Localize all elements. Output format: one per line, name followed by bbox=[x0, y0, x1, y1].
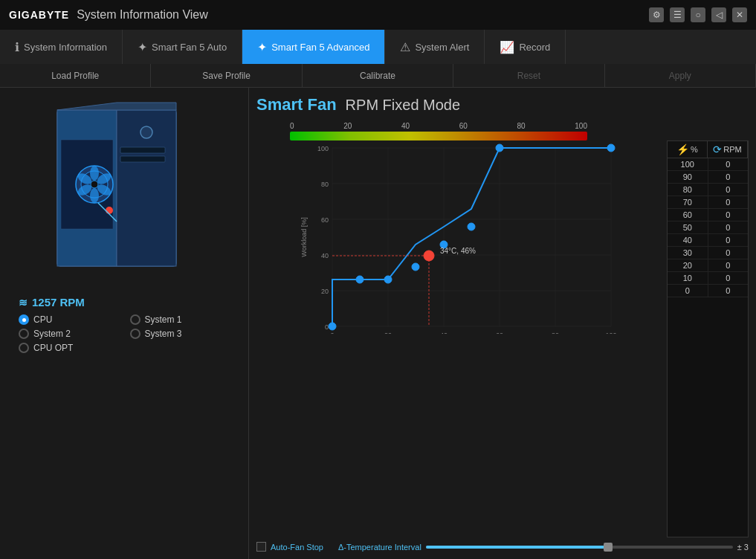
rpm-row: 50 0 bbox=[668, 222, 748, 234]
rpm-row: 0 0 bbox=[668, 285, 748, 297]
fan-info: ≋ 1257 RPM CPU System 2 CPU OPT bbox=[7, 296, 241, 353]
svg-rect-6 bbox=[120, 156, 165, 162]
menu-icon[interactable]: ☰ bbox=[670, 7, 685, 22]
delta-temp-control: Δ-Temperature Interval ± 3 bbox=[338, 543, 749, 552]
rpm-cell-value[interactable]: 0 bbox=[708, 209, 749, 221]
alert-icon: ⚠ bbox=[400, 40, 410, 54]
maximize-icon[interactable]: ◁ bbox=[711, 7, 726, 22]
svg-text:0: 0 bbox=[325, 323, 329, 331]
rpm-row: 40 0 bbox=[668, 234, 748, 247]
tab-system-alert[interactable]: ⚠ System Alert bbox=[385, 30, 485, 64]
svg-text:100: 100 bbox=[317, 145, 329, 152]
curve-point-3[interactable] bbox=[412, 263, 419, 271]
rpm-cell-percent[interactable]: 90 bbox=[668, 171, 708, 183]
nav-tabs: ℹ System Information ✦ Smart Fan 5 Auto … bbox=[0, 30, 756, 64]
tab-smart-fan-auto-label: Smart Fan 5 Auto bbox=[152, 42, 227, 53]
rpm-cell-value[interactable]: 0 bbox=[708, 184, 749, 196]
curve-point-7[interactable] bbox=[607, 144, 615, 152]
rpm-cell-percent[interactable]: 10 bbox=[668, 272, 708, 284]
autofan-checkbox[interactable] bbox=[256, 542, 266, 552]
right-panel: Smart Fan RPM Fixed Mode 0 20 40 60 80 1… bbox=[249, 88, 756, 559]
rpm-cell-value[interactable]: 0 bbox=[708, 222, 749, 233]
rpm-cell-percent[interactable]: 30 bbox=[668, 247, 708, 259]
svg-text:0: 0 bbox=[330, 332, 334, 334]
svg-rect-5 bbox=[120, 147, 165, 153]
rpm-table: ⚡ % ⟳ RPM 100 0 90 0 80 0 7 bbox=[667, 140, 749, 537]
title-bar: GIGABYTE System Information View ⚙ ☰ ○ ◁… bbox=[0, 0, 756, 30]
rpm-cell-percent[interactable]: 100 bbox=[668, 158, 708, 170]
rpm-cell-value[interactable]: 0 bbox=[708, 247, 749, 259]
lightning-icon: ⚡ bbox=[676, 143, 689, 155]
curve-point-6[interactable] bbox=[496, 144, 503, 152]
radio-cpu-label: CPU bbox=[33, 314, 52, 325]
radio-cpu-opt-circle bbox=[19, 343, 29, 353]
temp-gradient-bar bbox=[290, 132, 587, 140]
rpm-row: 70 0 bbox=[668, 196, 748, 209]
gigabyte-logo: GIGABYTE bbox=[9, 9, 69, 21]
chart-wrapper: 100 80 60 40 20 0 0 20 40 60 80 100 Work… bbox=[256, 140, 749, 537]
radio-cpu[interactable]: CPU bbox=[19, 314, 130, 325]
curve-point-1[interactable] bbox=[356, 276, 364, 283]
tab-smart-fan-advanced[interactable]: ✦ Smart Fan 5 Advanced bbox=[242, 30, 385, 64]
delta-slider-track[interactable] bbox=[426, 546, 733, 549]
svg-text:20: 20 bbox=[384, 332, 392, 334]
svg-marker-3 bbox=[57, 103, 176, 110]
rpm-cell-percent[interactable]: 0 bbox=[668, 285, 708, 297]
rpm-cell-percent[interactable]: 40 bbox=[668, 234, 708, 246]
autofan-stop-toggle[interactable]: Auto-Fan Stop bbox=[256, 542, 323, 552]
info-icon: ℹ bbox=[15, 40, 19, 54]
rpm-row: 10 0 bbox=[668, 272, 748, 285]
rpm-cell-value[interactable]: 0 bbox=[708, 171, 749, 183]
settings-icon[interactable]: ⚙ bbox=[649, 7, 664, 22]
rpm-cell-percent[interactable]: 20 bbox=[668, 259, 708, 271]
svg-point-10 bbox=[90, 166, 99, 181]
calibrate-button[interactable]: Calibrate bbox=[303, 64, 453, 87]
delta-temp-label: Δ-Temperature Interval bbox=[338, 543, 421, 552]
curve-point-2[interactable] bbox=[384, 276, 392, 283]
radio-system2-label: System 2 bbox=[33, 329, 71, 339]
delta-slider-thumb[interactable] bbox=[604, 543, 613, 552]
rpm-cell-value[interactable]: 0 bbox=[708, 259, 749, 271]
tab-record[interactable]: 📈 Record bbox=[485, 30, 566, 64]
rpm-cell-percent[interactable]: 80 bbox=[668, 184, 708, 196]
svg-point-4 bbox=[140, 126, 152, 138]
save-profile-button[interactable]: Save Profile bbox=[151, 64, 302, 87]
radio-cpu-opt[interactable]: CPU OPT bbox=[19, 343, 130, 353]
fan-spin-icon: ≋ bbox=[19, 297, 28, 308]
fan-sources: CPU System 2 CPU OPT System 1 bbox=[19, 314, 241, 353]
radio-system1[interactable]: System 1 bbox=[130, 314, 242, 325]
rpm-cell-percent[interactable]: 50 bbox=[668, 222, 708, 233]
delta-value: ± 3 bbox=[737, 543, 749, 552]
radio-system2[interactable]: System 2 bbox=[19, 329, 130, 339]
tab-smart-fan-auto[interactable]: ✦ Smart Fan 5 Auto bbox=[123, 30, 242, 64]
delta-slider-fill bbox=[426, 546, 610, 549]
apply-button[interactable]: Apply bbox=[605, 64, 756, 87]
chart-area[interactable]: 100 80 60 40 20 0 0 20 40 60 80 100 Work… bbox=[256, 140, 661, 537]
curve-point-0[interactable] bbox=[329, 323, 336, 330]
chart-header: Smart Fan RPM Fixed Mode bbox=[256, 95, 749, 114]
rpm-display: ≋ 1257 RPM bbox=[19, 296, 85, 308]
rpm-cell-value[interactable]: 0 bbox=[708, 234, 749, 246]
load-profile-button[interactable]: Load Profile bbox=[0, 64, 151, 87]
rpm-cell-percent[interactable]: 60 bbox=[668, 209, 708, 221]
rpm-cell-value[interactable]: 0 bbox=[708, 196, 749, 208]
minimize-icon[interactable]: ○ bbox=[691, 7, 705, 22]
title-left: GIGABYTE System Information View bbox=[9, 8, 208, 22]
close-icon[interactable]: ✕ bbox=[732, 7, 747, 22]
title-controls: ⚙ ☰ ○ ◁ ✕ bbox=[649, 7, 747, 22]
radio-system3-circle bbox=[130, 329, 140, 339]
temp-labels-top: 0 20 40 60 80 100 bbox=[290, 122, 587, 130]
radio-system3[interactable]: System 3 bbox=[130, 329, 242, 339]
svg-text:100: 100 bbox=[605, 332, 616, 334]
rpm-cell-value[interactable]: 0 bbox=[708, 285, 749, 297]
radio-system1-label: System 1 bbox=[145, 314, 182, 325]
reset-button[interactable]: Reset bbox=[453, 64, 604, 87]
rpm-cell-percent[interactable]: 70 bbox=[668, 196, 708, 208]
tab-system-alert-label: System Alert bbox=[415, 42, 469, 53]
curve-point-5[interactable] bbox=[468, 223, 475, 230]
rpm-table-header: ⚡ % ⟳ RPM bbox=[668, 141, 748, 158]
tab-system-info[interactable]: ℹ System Information bbox=[0, 30, 123, 64]
rpm-cell-value[interactable]: 0 bbox=[708, 272, 749, 284]
rpm-row: 80 0 bbox=[668, 184, 748, 196]
rpm-cell-value[interactable]: 0 bbox=[708, 158, 749, 170]
